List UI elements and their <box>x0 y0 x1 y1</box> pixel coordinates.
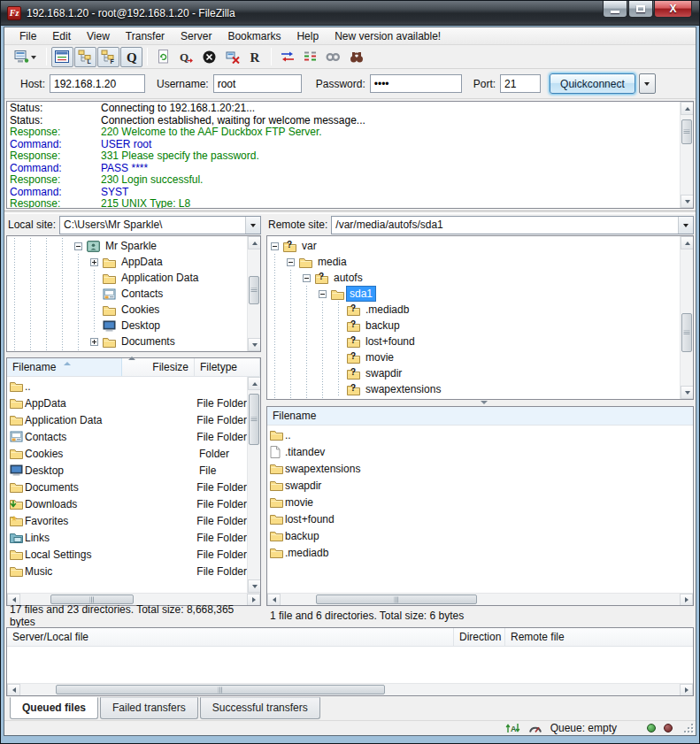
remote-file-row[interactable]: .titandev <box>267 443 693 460</box>
remote-tree-item[interactable]: ?lost+found <box>267 334 680 349</box>
local-file-row[interactable]: MusicFile Folder <box>7 563 247 579</box>
remote-tree-item[interactable]: ?swapdir <box>267 365 680 381</box>
local-file-row[interactable]: AppDataFile Folder <box>7 395 247 411</box>
reconnect-button[interactable]: R <box>244 47 266 67</box>
port-input[interactable] <box>500 74 541 93</box>
remote-tree-item[interactable]: ?autofs <box>267 270 680 286</box>
scrollbar-track[interactable] <box>681 249 693 386</box>
local-list-scrollbar[interactable] <box>247 377 260 593</box>
scroll-right-button[interactable] <box>680 594 693 606</box>
column-header-server-local-file[interactable]: Server/Local file <box>7 628 454 646</box>
local-tree-item[interactable]: Downloads <box>7 349 247 351</box>
scrollbar-track[interactable] <box>681 115 693 195</box>
tab-successful-transfers[interactable]: Successful transfers <box>200 697 320 719</box>
tree-expander-minus[interactable] <box>299 270 315 286</box>
remote-tree-item[interactable]: ?.mediadb <box>267 302 680 318</box>
remote-file-row[interactable]: .. <box>267 426 693 443</box>
tree-expander-plus[interactable] <box>87 334 103 349</box>
column-header-remote-file[interactable]: Remote file <box>505 628 693 646</box>
local-tree-item[interactable]: Desktop <box>7 318 247 334</box>
transfer-arrows-button[interactable] <box>276 47 298 67</box>
column-header-direction[interactable]: Direction <box>454 628 505 646</box>
menu-item-new-version-available[interactable]: New version available! <box>327 28 449 44</box>
remote-tree-item[interactable]: ?backup <box>267 318 680 334</box>
tab-failed-transfers[interactable]: Failed transfers <box>100 697 198 719</box>
queue-hscrollbar[interactable] <box>7 683 693 695</box>
remote-tree-item[interactable]: sda1 <box>267 286 680 302</box>
scrollbar-thumb[interactable] <box>681 313 692 352</box>
scroll-down-button[interactable] <box>681 195 694 208</box>
remote-file-row[interactable]: swapdir <box>267 477 693 494</box>
tree-expander-plus[interactable] <box>87 254 103 270</box>
remote-tree-item[interactable]: ?swapextensions <box>267 381 680 397</box>
tree-expander-minus[interactable] <box>71 238 87 254</box>
scrollbar-track[interactable] <box>248 390 260 579</box>
minimize-button[interactable] <box>603 1 627 18</box>
local-file-row[interactable]: Application DataFile Folder <box>7 411 247 428</box>
menu-item-bookmarks[interactable]: Bookmarks <box>219 28 288 44</box>
scroll-up-button[interactable] <box>248 377 260 390</box>
scrollbar-thumb[interactable] <box>249 394 259 445</box>
local-tree-item[interactable]: Mr Sparkle <box>7 238 247 254</box>
scroll-up-button[interactable] <box>681 102 694 115</box>
scrollbar-thumb[interactable] <box>50 594 134 604</box>
local-tree-scrollbar[interactable] <box>247 236 260 351</box>
resize-grip[interactable] <box>683 723 694 733</box>
remote-splitter[interactable] <box>266 400 694 406</box>
close-button[interactable]: X <box>654 1 692 18</box>
scroll-down-button[interactable] <box>681 386 694 399</box>
scrollbar-track[interactable] <box>20 684 680 695</box>
local-site-combo[interactable]: C:\Users\Mr Sparkle\ <box>59 216 261 234</box>
scroll-up-button[interactable] <box>248 236 261 249</box>
remote-tree-scrollbar[interactable] <box>680 236 693 399</box>
local-file-row[interactable]: Local SettingsFile Folder <box>7 546 247 563</box>
local-file-row[interactable]: LinksFile Folder <box>7 529 247 546</box>
remote-tree-item[interactable]: ?movie <box>267 349 680 365</box>
password-input[interactable] <box>370 74 462 93</box>
local-file-row[interactable]: DocumentsFile Folder <box>7 479 247 495</box>
toggle-local-tree-button[interactable]: L <box>74 47 96 67</box>
quickconnect-button[interactable]: Quickconnect <box>550 73 635 94</box>
quickconnect-dropdown-button[interactable] <box>639 73 656 94</box>
local-tree-item[interactable]: Contacts <box>7 286 247 302</box>
scrollbar-track[interactable] <box>281 594 680 605</box>
column-header-filesize[interactable]: Filesize <box>122 358 195 376</box>
titlebar[interactable]: Fz 192.168.1.20 - root@192.168.1.20 - Fi… <box>1 1 699 26</box>
tab-queued-files[interactable]: Queued files <box>10 697 98 719</box>
remote-file-row[interactable]: movie <box>267 494 693 510</box>
process-queue-button[interactable]: Q <box>175 47 197 67</box>
refresh-button[interactable] <box>152 47 174 67</box>
username-input[interactable] <box>213 74 302 93</box>
remote-file-row[interactable]: swapextensions <box>267 460 693 477</box>
local-file-row[interactable]: ★FavoritesFile Folder <box>7 512 247 529</box>
tree-expander-minus[interactable] <box>267 238 283 254</box>
column-header-filename[interactable]: Filename <box>7 358 122 376</box>
scroll-down-button[interactable] <box>248 579 260 593</box>
disconnect-button[interactable] <box>221 47 243 67</box>
site-manager-button[interactable] <box>8 47 42 67</box>
scrollbar-track[interactable] <box>20 594 247 605</box>
menu-item-transfer[interactable]: Transfer <box>118 28 173 44</box>
local-file-row[interactable]: DownloadsFile Folder <box>7 495 247 512</box>
local-list-hscrollbar[interactable] <box>7 593 260 605</box>
host-input[interactable] <box>50 74 145 93</box>
menu-item-view[interactable]: View <box>79 28 118 44</box>
find-files-button[interactable] <box>345 47 367 67</box>
menu-item-edit[interactable]: Edit <box>44 28 79 44</box>
tree-expander-minus[interactable] <box>283 254 299 270</box>
combo-dropdown-button[interactable] <box>678 217 693 234</box>
local-tree-item[interactable]: AppData <box>7 254 247 270</box>
speed-limit-icon[interactable] <box>528 723 542 733</box>
cancel-button[interactable] <box>198 47 220 67</box>
scroll-up-button[interactable] <box>681 236 694 249</box>
transfer-type-icon[interactable]: A <box>505 722 520 734</box>
scrollbar-thumb[interactable] <box>316 594 477 604</box>
remote-site-combo[interactable]: /var/media/autofs/sda1 <box>331 216 694 234</box>
remote-tree-item[interactable]: media <box>267 254 680 270</box>
toggle-message-log-button[interactable] <box>51 47 73 67</box>
toggle-remote-tree-button[interactable]: F <box>97 47 119 67</box>
column-header-filetype[interactable]: Filetype <box>195 358 260 376</box>
local-tree-item[interactable]: Application Data <box>7 270 247 286</box>
maximize-button[interactable] <box>628 1 653 18</box>
local-file-row[interactable]: ContactsFile Folder <box>7 428 247 445</box>
